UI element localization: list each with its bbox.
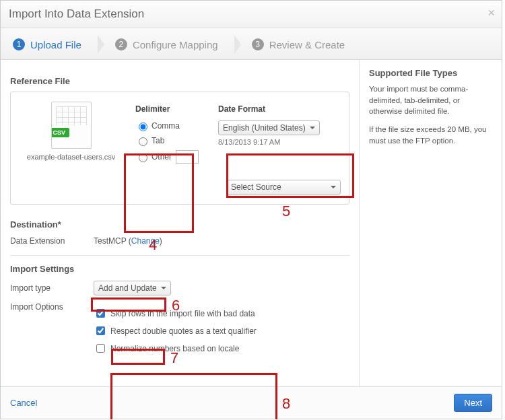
step-number: 2: [115, 38, 127, 50]
delimiter-heading: Delimiter: [135, 104, 206, 114]
file-name: example-dataset-users.csv: [19, 153, 123, 161]
file-preview: CSV example-dataset-users.csv: [19, 102, 123, 161]
chevron-down-icon: [310, 127, 315, 129]
wizard-steps: 1 Upload File 2 Configure Mapping 3 Revi…: [1, 28, 502, 60]
file-type-badge: CSV: [51, 128, 70, 137]
step-number: 1: [13, 38, 25, 50]
main-panel: Reference File CSV example-dataset-users…: [1, 60, 359, 386]
dialog-header: Import Into Data Extension ×: [1, 1, 502, 28]
step-upload-file[interactable]: 1 Upload File: [6, 36, 98, 53]
delimiter-group: Delimiter Comma Tab Other: [135, 102, 206, 168]
normalize-numbers-checkbox[interactable]: [96, 344, 105, 353]
import-settings-heading: Import Settings: [10, 264, 349, 274]
destination-row: Data Extension TestMCP (Change): [10, 236, 349, 246]
import-dialog: Import Into Data Extension × 1 Upload Fi…: [0, 0, 502, 419]
next-button[interactable]: Next: [454, 394, 492, 412]
reference-file-box: CSV example-dataset-users.csv Delimiter …: [10, 92, 349, 205]
supported-types-text-1: Your import must be comma-delimited, tab…: [369, 83, 492, 117]
delimiter-other-radio[interactable]: [139, 153, 147, 162]
skip-bad-data-checkbox[interactable]: [96, 309, 105, 318]
delimiter-comma-radio[interactable]: [139, 123, 147, 131]
chevron-down-icon: [331, 186, 336, 188]
destination-heading: Destination*: [10, 219, 349, 230]
dialog-title: Import Into Data Extension: [9, 7, 144, 20]
step-label: Configure Mapping: [133, 39, 218, 50]
import-options-label: Import Options: [10, 302, 94, 312]
callout-number-8: 8: [282, 395, 290, 413]
date-format-example: 8/13/2013 9:17 AM: [218, 138, 336, 146]
cancel-button[interactable]: Cancel: [10, 398, 37, 408]
step-review-create[interactable]: 3 Review & Create: [245, 36, 362, 53]
callout-number-5: 5: [282, 203, 290, 220]
close-icon[interactable]: ×: [487, 6, 495, 20]
date-format-dropdown[interactable]: English (United States): [218, 120, 320, 135]
step-number: 3: [252, 38, 264, 50]
chevron-down-icon: [161, 287, 166, 289]
respect-quotes-checkbox[interactable]: [96, 326, 105, 335]
delimiter-comma[interactable]: Comma: [135, 120, 206, 131]
step-configure-mapping[interactable]: 2 Configure Mapping: [108, 36, 234, 53]
import-type-label: Import type: [10, 283, 94, 293]
divider: [10, 255, 349, 256]
import-type-dropdown[interactable]: Add and Update: [94, 281, 171, 295]
callout-number-6: 6: [172, 297, 180, 314]
reference-file-heading: Reference File: [10, 76, 349, 86]
csv-file-icon: CSV: [51, 102, 92, 149]
supported-types-text-2: If the file size exceeds 20 MB, you must…: [369, 124, 492, 146]
delimiter-other-input[interactable]: [176, 150, 199, 164]
step-label: Upload File: [30, 39, 81, 50]
date-format-heading: Date Format: [218, 104, 336, 114]
delimiter-tab-radio[interactable]: [139, 137, 147, 146]
data-extension-label: Data Extension: [10, 236, 94, 246]
step-separator: [234, 35, 241, 54]
delimiter-tab[interactable]: Tab: [135, 135, 206, 146]
delimiter-other[interactable]: Other: [135, 150, 206, 164]
step-separator: [98, 35, 104, 54]
option-respect-quotes[interactable]: Respect double quotes as a text qualifie…: [94, 324, 257, 337]
date-format-group: Date Format English (United States) 8/13…: [218, 102, 336, 146]
callout-number-4: 4: [149, 236, 157, 254]
import-type-row: Import type Add and Update: [10, 281, 349, 295]
supported-types-heading: Supported File Types: [369, 68, 492, 78]
callout-number-7: 7: [170, 349, 178, 367]
side-panel: Supported File Types Your import must be…: [359, 60, 502, 386]
step-label: Review & Create: [269, 39, 345, 50]
dialog-footer: Cancel Next: [1, 386, 502, 419]
select-source-dropdown[interactable]: Select Source: [226, 180, 341, 195]
